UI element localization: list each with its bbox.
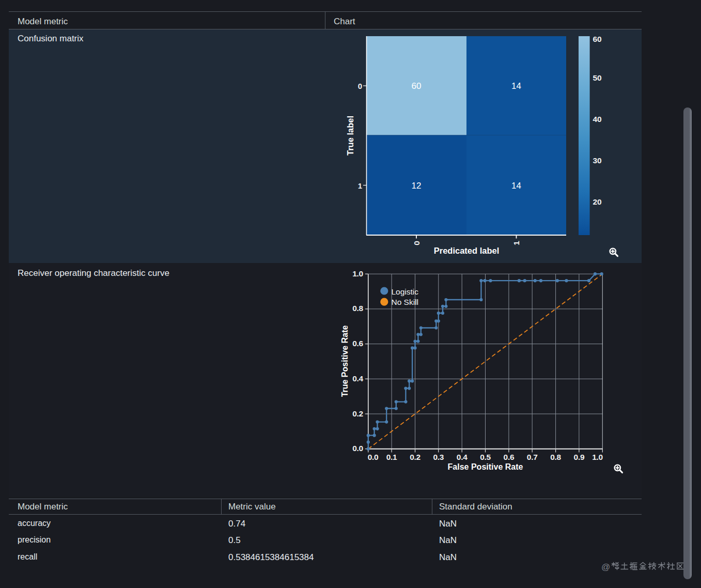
svg-text:60: 60 — [412, 81, 422, 91]
svg-text:0.4: 0.4 — [352, 374, 363, 383]
svg-text:1.0: 1.0 — [352, 269, 363, 278]
svg-text:0.2: 0.2 — [352, 409, 363, 418]
svg-text:0.9: 0.9 — [574, 453, 585, 461]
svg-text:0.1: 0.1 — [386, 453, 397, 461]
svg-text:@: @ — [601, 562, 610, 572]
svg-text:1: 1 — [358, 181, 362, 190]
svg-text:No Skill: No Skill — [392, 298, 419, 306]
svg-text:1: 1 — [512, 241, 521, 245]
svg-text:0.6: 0.6 — [352, 339, 363, 348]
svg-text:0.0: 0.0 — [352, 444, 363, 453]
svg-text:0.8: 0.8 — [352, 304, 363, 313]
svg-text:14: 14 — [511, 81, 521, 91]
svg-text:Predicated label: Predicated label — [434, 246, 500, 255]
svg-text:0.8: 0.8 — [550, 453, 561, 461]
svg-text:0.7: 0.7 — [527, 453, 538, 461]
svg-text:50: 50 — [593, 73, 602, 82]
svg-text:0.5: 0.5 — [480, 453, 491, 461]
svg-text:0.4: 0.4 — [457, 453, 468, 461]
svg-text:20: 20 — [593, 197, 602, 206]
svg-text:0.0: 0.0 — [368, 453, 379, 461]
svg-text:0.2: 0.2 — [410, 453, 420, 461]
svg-text:40: 40 — [593, 115, 602, 123]
svg-text:12: 12 — [412, 181, 422, 191]
svg-text:14: 14 — [511, 181, 521, 191]
svg-text:Logistic: Logistic — [392, 287, 419, 296]
svg-text:True label: True label — [346, 116, 355, 156]
svg-text:False Positive Rate: False Positive Rate — [448, 462, 523, 471]
svg-text:0: 0 — [358, 82, 362, 90]
svg-text:0.3: 0.3 — [433, 453, 444, 461]
svg-text:30: 30 — [593, 156, 602, 165]
svg-text:True Positive Rate: True Positive Rate — [340, 326, 349, 397]
svg-text:0.6: 0.6 — [504, 453, 515, 461]
svg-text:0: 0 — [412, 241, 421, 245]
svg-text:60: 60 — [593, 35, 602, 43]
svg-text:1.0: 1.0 — [592, 453, 603, 461]
